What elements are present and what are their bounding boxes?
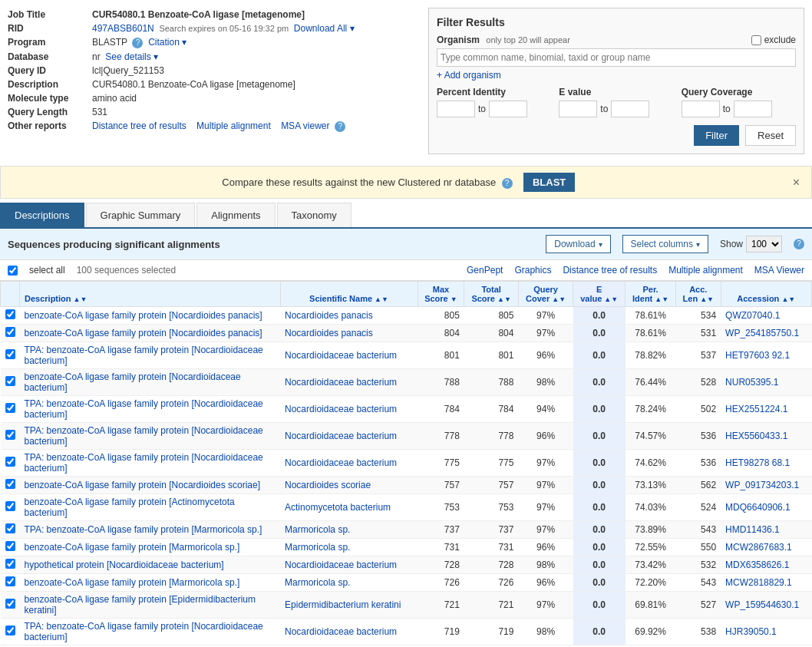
accession-link[interactable]: MCW2818829.1 bbox=[725, 577, 792, 588]
description-link[interactable]: benzoate-CoA ligase family protein [Marm… bbox=[25, 577, 240, 588]
percent-identity-from[interactable] bbox=[437, 101, 475, 117]
scientific-name-link[interactable]: Marmoricola sp. bbox=[285, 577, 350, 588]
col-max-score[interactable]: MaxScore ▼ bbox=[418, 282, 464, 307]
row-checkbox[interactable] bbox=[5, 626, 15, 635]
row-checkbox[interactable] bbox=[5, 576, 15, 586]
row-checkbox[interactable] bbox=[5, 501, 15, 511]
show-count-select[interactable]: 100 50 250 bbox=[746, 236, 782, 253]
citation-link[interactable]: Citation ▾ bbox=[148, 37, 186, 48]
row-checkbox[interactable] bbox=[5, 541, 15, 551]
msa-viewer-results-link[interactable]: MSA Viewer bbox=[754, 265, 804, 276]
select-all-checkbox[interactable] bbox=[8, 266, 18, 276]
accession-link[interactable]: MDX6358626.1 bbox=[725, 560, 789, 570]
accession-link[interactable]: NUR05395.1 bbox=[725, 377, 778, 388]
scientific-name-link[interactable]: Nocardioides scoriae bbox=[285, 480, 371, 490]
description-link[interactable]: benzoate-CoA ligase family protein [Noca… bbox=[25, 310, 262, 321]
rid-link[interactable]: 497ABSB601N bbox=[92, 23, 154, 34]
description-link[interactable]: TPA: benzoate-CoA ligase family protein … bbox=[25, 345, 263, 366]
scientific-name-link[interactable]: Marmoricola sp. bbox=[285, 524, 350, 535]
accession-link[interactable]: HEX5560433.1 bbox=[725, 431, 787, 441]
select-columns-button[interactable]: Select columns ▾ bbox=[622, 235, 708, 253]
evalue-from[interactable] bbox=[559, 101, 597, 117]
evalue-to-input[interactable] bbox=[611, 101, 649, 117]
accession-link[interactable]: HMD11436.1 bbox=[725, 524, 780, 535]
scientific-name-link[interactable]: Nocardioidaceae bacterium bbox=[285, 560, 397, 570]
scientific-name-link[interactable]: Nocardioidaceae bacterium bbox=[285, 457, 397, 468]
row-checkbox[interactable] bbox=[5, 479, 15, 489]
results-help-icon[interactable]: ? bbox=[794, 239, 804, 249]
row-checkbox[interactable] bbox=[5, 349, 15, 359]
genpept-link[interactable]: GenPept bbox=[467, 265, 503, 276]
scientific-name-link[interactable]: Actinomycetota bacterium bbox=[285, 502, 391, 513]
query-coverage-from[interactable] bbox=[682, 101, 720, 117]
distance-tree-link[interactable]: Distance tree of results bbox=[92, 120, 186, 131]
add-organism-link[interactable]: + Add organism bbox=[437, 70, 796, 81]
description-link[interactable]: TPA: benzoate-CoA ligase family protein … bbox=[25, 425, 263, 447]
download-dropdown-button[interactable]: Download ▾ bbox=[546, 235, 610, 253]
description-link[interactable]: TPA: benzoate-CoA ligase family protein … bbox=[25, 452, 263, 474]
multiple-alignment-link[interactable]: Multiple alignment bbox=[196, 120, 271, 131]
scientific-name-link[interactable]: Nocardioides panacis bbox=[285, 328, 373, 338]
row-checkbox[interactable] bbox=[5, 327, 15, 337]
scientific-name-link[interactable]: Nocardioidaceae bacterium bbox=[285, 404, 397, 414]
row-checkbox[interactable] bbox=[5, 599, 15, 609]
blast-button[interactable]: BLAST bbox=[523, 173, 575, 192]
graphics-link[interactable]: Graphics bbox=[514, 265, 551, 276]
msa-viewer-link[interactable]: MSA viewer bbox=[281, 120, 329, 131]
scientific-name-link[interactable]: Nocardioides panacis bbox=[285, 310, 373, 321]
scientific-name-link[interactable]: Nocardioidaceae bacterium bbox=[285, 431, 397, 441]
col-query-cover[interactable]: QueryCover ▲▼ bbox=[518, 282, 573, 307]
scientific-name-link[interactable]: Nocardioidaceae bacterium bbox=[285, 626, 397, 637]
description-link[interactable]: benzoate-CoA ligase family protein [Noca… bbox=[25, 328, 262, 338]
percent-identity-to-input[interactable] bbox=[489, 101, 527, 117]
row-checkbox[interactable] bbox=[5, 559, 15, 569]
banner-help-icon[interactable]: ? bbox=[502, 178, 513, 189]
col-evalue[interactable]: Evalue ▲▼ bbox=[573, 282, 626, 307]
banner-close-icon[interactable]: × bbox=[793, 176, 800, 190]
col-total-score[interactable]: TotalScore ▲▼ bbox=[464, 282, 519, 307]
accession-link[interactable]: QWZ07040.1 bbox=[725, 310, 780, 321]
download-all-link[interactable]: Download All ▾ bbox=[294, 23, 355, 34]
row-checkbox[interactable] bbox=[5, 523, 15, 533]
exclude-checkbox[interactable] bbox=[751, 35, 761, 45]
col-per-ident[interactable]: Per.Ident ▲▼ bbox=[626, 282, 676, 307]
description-link[interactable]: TPA: benzoate-CoA ligase family protein … bbox=[25, 621, 263, 642]
row-checkbox[interactable] bbox=[5, 430, 15, 440]
description-link[interactable]: benzoate-CoA ligase family protein [Acti… bbox=[25, 497, 235, 518]
tab-alignments[interactable]: Alignments bbox=[196, 203, 275, 227]
scientific-name-link[interactable]: Epidermidibacterium keratini bbox=[285, 599, 401, 610]
accession-link[interactable]: HET98278 68.1 bbox=[725, 457, 790, 468]
row-checkbox[interactable] bbox=[5, 376, 15, 386]
program-help-icon[interactable]: ? bbox=[132, 38, 143, 48]
accession-link[interactable]: WP_254185750.1 bbox=[725, 328, 799, 338]
accession-link[interactable]: HEX2551224.1 bbox=[725, 404, 787, 414]
organism-input[interactable] bbox=[437, 48, 796, 67]
description-link[interactable]: benzoate-CoA ligase family protein [Noca… bbox=[25, 480, 261, 490]
description-link[interactable]: TPA: benzoate-CoA ligase family protein … bbox=[25, 524, 262, 535]
col-description[interactable]: Description ▲▼ bbox=[20, 282, 281, 307]
description-link[interactable]: benzoate-CoA ligase family protein [Epid… bbox=[25, 594, 256, 616]
col-accession[interactable]: Accession ▲▼ bbox=[721, 282, 811, 307]
description-link[interactable]: TPA: benzoate-CoA ligase family protein … bbox=[25, 398, 263, 420]
accession-link[interactable]: HJR39050.1 bbox=[725, 626, 777, 637]
see-details-link[interactable]: See details ▾ bbox=[105, 51, 158, 62]
scientific-name-link[interactable]: Nocardioidaceae bacterium bbox=[285, 350, 397, 361]
accession-link[interactable]: WP_091734203.1 bbox=[725, 480, 799, 490]
row-checkbox[interactable] bbox=[5, 403, 15, 413]
accession-link[interactable]: WP_159544630.1 bbox=[725, 599, 799, 610]
reset-button[interactable]: Reset bbox=[745, 125, 796, 146]
row-checkbox[interactable] bbox=[5, 309, 15, 319]
multiple-alignment-results-link[interactable]: Multiple alignment bbox=[668, 265, 743, 276]
query-coverage-to-input[interactable] bbox=[734, 101, 772, 117]
tab-graphic-summary[interactable]: Graphic Summary bbox=[86, 203, 196, 227]
tab-descriptions[interactable]: Descriptions bbox=[0, 203, 84, 227]
scientific-name-link[interactable]: Nocardioidaceae bacterium bbox=[285, 377, 397, 388]
accession-link[interactable]: MCW2867683.1 bbox=[725, 542, 792, 553]
col-acc-len[interactable]: Acc.Len ▲▼ bbox=[676, 282, 721, 307]
description-link[interactable]: benzoate-CoA ligase family protein [Noca… bbox=[25, 371, 241, 393]
reports-help-icon[interactable]: ? bbox=[335, 121, 345, 132]
distance-tree-results-link[interactable]: Distance tree of results bbox=[563, 265, 657, 276]
description-link[interactable]: hypothetical protein [Nocardioidaceae ba… bbox=[25, 560, 224, 570]
accession-link[interactable]: MDQ6640906.1 bbox=[725, 502, 791, 513]
tab-taxonomy[interactable]: Taxonomy bbox=[277, 203, 352, 227]
